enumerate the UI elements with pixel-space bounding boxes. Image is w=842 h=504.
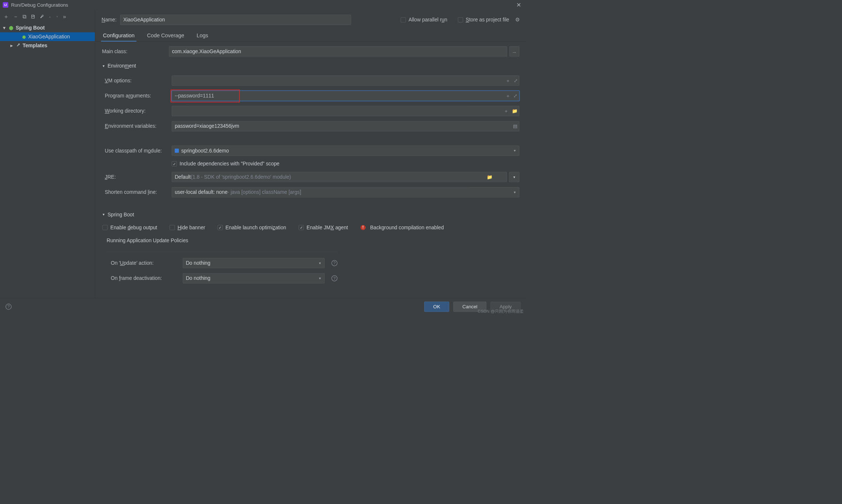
spring-boot-section-label: Spring Boot bbox=[107, 212, 134, 217]
enable-debug-checkbox[interactable]: Enable debug output bbox=[103, 224, 157, 230]
include-provided-checkbox[interactable]: Include dependencies with "Provided" sco… bbox=[172, 161, 280, 167]
close-icon[interactable]: ✕ bbox=[514, 1, 523, 8]
allow-parallel-label: Allow parallel run bbox=[408, 17, 447, 23]
scrollbar[interactable] bbox=[523, 53, 526, 284]
on-update-combo[interactable]: Do nothing ▼ bbox=[183, 258, 325, 268]
bg-compile-label: Background compilation enabled bbox=[370, 224, 444, 230]
main-class-label: Main class: bbox=[102, 48, 169, 54]
divider bbox=[107, 252, 338, 252]
move-up-icon[interactable]: ▲ bbox=[48, 15, 52, 18]
chevron-down-icon: ▾ bbox=[3, 25, 7, 31]
store-template-label: Store as project file bbox=[466, 17, 509, 23]
folder-icon[interactable]: 📁 bbox=[487, 174, 493, 180]
hide-banner-checkbox[interactable]: Hide banner bbox=[170, 224, 205, 230]
folder-icon[interactable]: 📁 bbox=[512, 108, 518, 114]
vm-options-label: VM options: bbox=[105, 78, 172, 83]
chevron-down-icon: ▼ bbox=[513, 149, 516, 152]
environment-variables-input[interactable]: password=xiaoge123456jvm ▤ bbox=[172, 121, 519, 131]
browse-button[interactable]: ... bbox=[510, 47, 520, 57]
row-on-update: On 'Update' action: Do nothing ▼ ? bbox=[102, 258, 519, 268]
shorten-command-line-label: Shorten command line: bbox=[105, 189, 172, 195]
help-icon[interactable]: ? bbox=[332, 275, 338, 281]
shorten-value: user-local default: none bbox=[175, 189, 227, 195]
expand-icon[interactable]: ⤢ bbox=[513, 93, 517, 99]
remove-icon[interactable]: － bbox=[13, 13, 18, 20]
spring-leaf-icon: ⬤ bbox=[22, 35, 26, 38]
shorten-hint: - java [options] className [args] bbox=[227, 189, 301, 195]
enable-jmx-checkbox[interactable]: Enable JMX agent bbox=[299, 224, 348, 230]
add-icon[interactable]: ＋ bbox=[3, 13, 9, 20]
hide-banner-label: Hide banner bbox=[178, 224, 205, 230]
expand-icon[interactable]: ⤢ bbox=[514, 78, 518, 83]
jre-dropdown-button[interactable]: ▼ bbox=[509, 172, 520, 182]
spring-boot-section-header[interactable]: ▼ Spring Boot bbox=[102, 210, 519, 219]
add-icon[interactable]: ＋ bbox=[506, 78, 510, 84]
help-icon[interactable]: ? bbox=[332, 260, 338, 266]
row-shorten-command-line: Shorten command line: user-local default… bbox=[102, 187, 519, 198]
program-arguments-input[interactable]: --password=1111 ＋ ⤢ bbox=[172, 91, 519, 101]
save-icon[interactable] bbox=[31, 14, 35, 19]
tree-group-templates[interactable]: ▸ Templates bbox=[0, 41, 95, 50]
wrench-icon[interactable] bbox=[40, 14, 44, 19]
shorten-command-line-combo[interactable]: user-local default: none - java [options… bbox=[172, 187, 519, 198]
running-policies-label: Running Application Update Policies bbox=[102, 236, 519, 244]
titlebar: IJ Run/Debug Configurations ✕ bbox=[0, 0, 526, 10]
tree-group-label: Spring Boot bbox=[16, 25, 45, 31]
tree-group-spring-boot[interactable]: ▾ ⬤ Spring Boot bbox=[0, 24, 95, 32]
vm-options-input[interactable]: ＋ ⤢ bbox=[172, 75, 519, 86]
on-update-value: Do nothing bbox=[186, 260, 210, 266]
more-icon[interactable]: » bbox=[63, 13, 66, 20]
chevron-down-icon: ▼ bbox=[102, 64, 105, 68]
jre-combo[interactable]: Default (1.8 - SDK of 'springboot2.6.6de… bbox=[172, 172, 507, 182]
checkbox-icon bbox=[401, 17, 406, 23]
enable-launch-opt-label: Enable launch optimization bbox=[226, 224, 286, 230]
help-icon[interactable]: ? bbox=[6, 304, 11, 309]
name-label: Name: bbox=[102, 17, 117, 23]
chevron-down-icon: ▼ bbox=[318, 277, 322, 280]
checkbox-icon bbox=[103, 225, 108, 230]
working-directory-input[interactable]: ＋ 📁 bbox=[172, 106, 519, 116]
watermark: CSDN @只因为你而温柔 bbox=[478, 309, 524, 314]
program-arguments-label: Program arguments: bbox=[105, 93, 172, 99]
tab-configuration[interactable]: Configuration bbox=[101, 29, 137, 42]
tree-item-xiaoge[interactable]: ⬤ XiaoGeApplication bbox=[0, 32, 95, 41]
classpath-module-label: Use classpath of module: bbox=[105, 148, 172, 154]
tree-group-label: Templates bbox=[23, 42, 47, 48]
row-vm-options: VM options: ＋ ⤢ bbox=[102, 75, 519, 86]
row-on-frame-deactivation: On frame deactivation: Do nothing ▼ ? bbox=[102, 273, 519, 284]
enable-debug-label: Enable debug output bbox=[110, 224, 157, 230]
form-area: Main class: com.xiaoge.XiaoGeApplication… bbox=[95, 42, 527, 298]
chevron-down-icon: ▼ bbox=[513, 191, 516, 194]
add-icon[interactable]: ＋ bbox=[506, 93, 510, 99]
ok-button[interactable]: OK bbox=[424, 302, 449, 312]
main-class-input[interactable]: com.xiaoge.XiaoGeApplication bbox=[169, 47, 507, 57]
warn-icon: ! bbox=[360, 225, 366, 230]
move-down-icon[interactable]: ▼ bbox=[56, 15, 59, 18]
jre-label: JRE: bbox=[105, 174, 172, 180]
row-jre: JRE: Default (1.8 - SDK of 'springboot2.… bbox=[102, 172, 519, 182]
window-title: Run/Debug Configurations bbox=[11, 2, 514, 8]
program-arguments-value: --password=1111 bbox=[175, 93, 214, 99]
gear-icon[interactable]: ⚙ bbox=[515, 17, 520, 23]
tab-code-coverage[interactable]: Code Coverage bbox=[145, 29, 186, 42]
classpath-module-value: springboot2.6.6demo bbox=[181, 148, 229, 154]
tab-logs[interactable]: Logs bbox=[195, 29, 210, 42]
on-frame-combo[interactable]: Do nothing ▼ bbox=[183, 273, 325, 284]
environment-section-header[interactable]: ▼ Environment bbox=[102, 62, 519, 71]
list-icon[interactable]: ▤ bbox=[513, 123, 517, 129]
enable-launch-opt-checkbox[interactable]: Enable launch optimization bbox=[218, 224, 286, 230]
spring-boot-checks-row: Enable debug output Hide banner Enable l… bbox=[102, 224, 519, 230]
on-frame-label: On frame deactivation: bbox=[111, 275, 179, 281]
copy-icon[interactable]: ⧉ bbox=[23, 13, 27, 20]
tabs: Configuration Code Coverage Logs bbox=[95, 29, 527, 42]
name-input[interactable] bbox=[120, 15, 351, 25]
allow-parallel-run-checkbox[interactable]: Allow parallel run bbox=[401, 17, 447, 23]
footer: ? OK Cancel Apply bbox=[0, 298, 526, 315]
classpath-module-combo[interactable]: springboot2.6.6demo ▼ bbox=[172, 145, 519, 156]
app-icon: IJ bbox=[3, 2, 8, 8]
store-as-project-file-checkbox[interactable]: Store as project file bbox=[458, 17, 509, 23]
sidebar: ＋ － ⧉ ▲ ▼ » ▾ ⬤ Spring Boot bbox=[0, 10, 95, 298]
checkbox-icon bbox=[218, 225, 223, 230]
wrench-icon bbox=[16, 43, 20, 48]
add-icon[interactable]: ＋ bbox=[504, 108, 509, 114]
